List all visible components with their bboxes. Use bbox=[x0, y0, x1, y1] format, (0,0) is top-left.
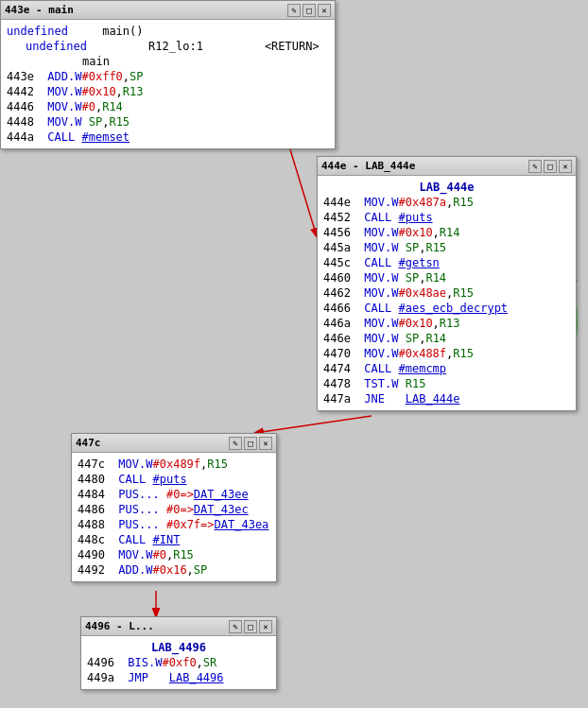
titlebar-4496: 4496 - L... ✎ □ ✕ bbox=[81, 617, 276, 636]
link-dat43ee[interactable]: DAT_43ee bbox=[194, 488, 249, 501]
close-button-main[interactable]: ✕ bbox=[318, 4, 331, 17]
link-memset-main[interactable]: #memset bbox=[82, 130, 130, 144]
line-4462: 4462 MOV.W#0x48ae,R15 bbox=[323, 285, 570, 301]
link-int[interactable]: #INT bbox=[153, 533, 181, 546]
line-446a: 446a MOV.W#0x10,R13 bbox=[323, 316, 570, 331]
link-puts-1[interactable]: #puts bbox=[399, 211, 433, 224]
window-447c: 447c ✎ □ ✕ 447c MOV.W#0x489f,R15 4480 CA… bbox=[71, 433, 277, 582]
line-449a: 449a JMP LAB_4496 bbox=[87, 670, 270, 685]
titlebar-lab444e: 444e - LAB_444e ✎ □ ✕ bbox=[318, 157, 576, 176]
window-title-447c: 447c bbox=[76, 437, 227, 449]
content-447c: 447c MOV.W#0x489f,R15 4480 CALL #puts 44… bbox=[72, 453, 276, 581]
link-lab4496-back[interactable]: LAB_4496 bbox=[169, 671, 224, 684]
svg-line-0 bbox=[289, 147, 317, 236]
line-4488: 4488 PUS... #0x7f=>DAT_43ea bbox=[78, 517, 270, 532]
line-447a: 447a JNE LAB_444e bbox=[323, 391, 570, 406]
line-4456: 4456 MOV.W#0x10,R14 bbox=[323, 225, 570, 240]
content-4496: LAB_4496 4496 BIS.W#0xf0,SR 449a JMP LAB… bbox=[81, 636, 276, 689]
content-lab444e: LAB_444e 444e MOV.W#0x487a,R15 4452 CALL… bbox=[318, 176, 576, 410]
line-4480: 4480 CALL #puts bbox=[78, 472, 270, 487]
line-4442: 4442 MOV.W#0x10,R13 bbox=[7, 84, 329, 99]
link-getsn[interactable]: #getsn bbox=[399, 256, 440, 269]
link-lab444e-back[interactable]: LAB_444e bbox=[406, 392, 460, 406]
edit-button-447c[interactable]: ✎ bbox=[229, 437, 242, 450]
min-button-447c[interactable]: □ bbox=[244, 437, 257, 450]
close-button-lab444e[interactable]: ✕ bbox=[559, 160, 572, 173]
line-4448: 4448 MOV.W SP,R15 bbox=[7, 114, 329, 130]
link-dat43ea[interactable]: DAT_43ea bbox=[215, 518, 269, 531]
link-puts-2[interactable]: #puts bbox=[153, 473, 187, 486]
line-4486: 4486 PUS... #0=>DAT_43ec bbox=[78, 502, 270, 517]
line-445c: 445c CALL #getsn bbox=[323, 255, 570, 270]
close-button-447c[interactable]: ✕ bbox=[259, 437, 272, 450]
window-title-4496: 4496 - L... bbox=[85, 620, 227, 632]
window-4496: 4496 - L... ✎ □ ✕ LAB_4496 4496 BIS.W#0x… bbox=[80, 616, 277, 690]
line-448c: 448c CALL #INT bbox=[78, 532, 270, 547]
window-title-lab444e: 444e - LAB_444e bbox=[321, 160, 527, 172]
line-443e: 443e ADD.W#0xff0,SP bbox=[7, 69, 329, 84]
line-446e: 446e MOV.W SP,R14 bbox=[323, 331, 570, 346]
line-4492: 4492 ADD.W#0x16,SP bbox=[78, 562, 270, 578]
content-main: undefined main() undefined R12_lo:1 <RET… bbox=[1, 20, 335, 148]
link-dat43ec[interactable]: DAT_43ec bbox=[194, 503, 249, 516]
edit-button-main[interactable]: ✎ bbox=[287, 4, 301, 17]
header-sub-main: undefined R12_lo:1 <RETURN> bbox=[7, 39, 329, 54]
close-button-4496[interactable]: ✕ bbox=[259, 620, 272, 633]
edit-button-lab444e[interactable]: ✎ bbox=[528, 160, 542, 173]
line-4484: 4484 PUS... #0=>DAT_43ee bbox=[78, 487, 270, 502]
min-button-lab444e[interactable]: □ bbox=[544, 160, 557, 173]
window-main: 443e - main ✎ □ ✕ undefined main() undef… bbox=[0, 0, 336, 149]
header-name-main: main bbox=[7, 54, 329, 69]
svg-line-1 bbox=[255, 416, 372, 433]
link-aes-ecb[interactable]: #aes_ecb_decrypt bbox=[399, 302, 509, 315]
min-button-main[interactable]: □ bbox=[303, 4, 316, 17]
min-button-4496[interactable]: □ bbox=[244, 620, 257, 633]
line-4452: 4452 CALL #puts bbox=[323, 210, 570, 225]
line-4470: 4470 MOV.W#0x488f,R15 bbox=[323, 346, 570, 361]
label-lab444e: LAB_444e bbox=[323, 180, 570, 195]
label-lab4496: LAB_4496 bbox=[87, 640, 270, 655]
line-4446: 4446 MOV.W#0,R14 bbox=[7, 99, 329, 114]
line-4474: 4474 CALL #memcmp bbox=[323, 361, 570, 376]
titlebar-447c: 447c ✎ □ ✕ bbox=[72, 434, 276, 453]
link-memcmp[interactable]: #memcmp bbox=[399, 362, 447, 375]
line-444a: 444a CALL #memset bbox=[7, 130, 329, 145]
window-title-main: 443e - main bbox=[5, 4, 285, 16]
line-4496: 4496 BIS.W#0xf0,SR bbox=[87, 655, 270, 670]
edit-button-4496[interactable]: ✎ bbox=[229, 620, 242, 633]
header-row-main: undefined main() bbox=[7, 24, 329, 39]
line-4466: 4466 CALL #aes_ecb_decrypt bbox=[323, 301, 570, 316]
window-lab444e: 444e - LAB_444e ✎ □ ✕ LAB_444e 444e MOV.… bbox=[317, 156, 577, 411]
line-444e: 444e MOV.W#0x487a,R15 bbox=[323, 195, 570, 210]
line-447c: 447c MOV.W#0x489f,R15 bbox=[78, 457, 270, 472]
titlebar-main: 443e - main ✎ □ ✕ bbox=[1, 1, 335, 20]
line-4490: 4490 MOV.W#0,R15 bbox=[78, 547, 270, 562]
line-4460: 4460 MOV.W SP,R14 bbox=[323, 270, 570, 285]
line-4478: 4478 TST.W R15 bbox=[323, 376, 570, 391]
line-445a: 445a MOV.W SP,R15 bbox=[323, 240, 570, 255]
